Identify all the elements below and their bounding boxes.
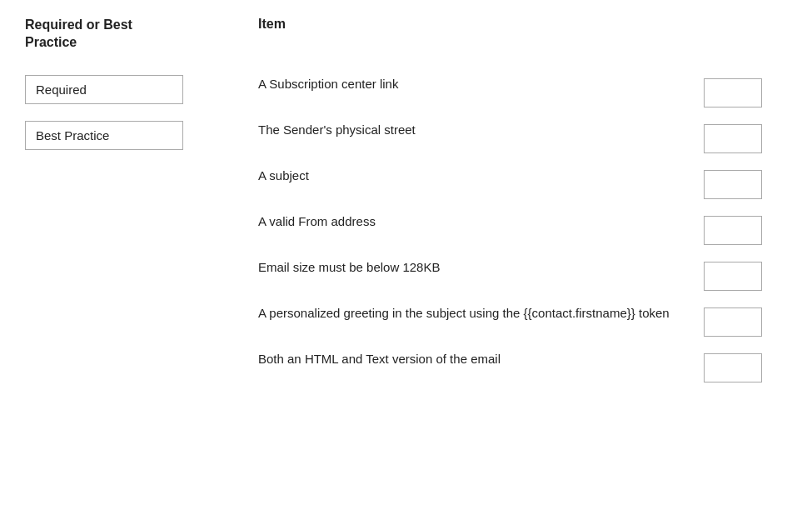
checkbox-0[interactable] <box>704 78 762 108</box>
required-label-box: Required <box>25 75 183 104</box>
item-cell-2: A subject <box>258 167 704 184</box>
checkbox-cell-2 <box>704 167 787 199</box>
checkbox-cell-6 <box>704 350 787 382</box>
label-cell-required: Required <box>25 75 258 104</box>
checkbox-cell-3 <box>704 212 787 245</box>
checkbox-cell-5 <box>704 304 787 337</box>
item-cell-3: A valid From address <box>258 212 704 230</box>
checkbox-cell-4 <box>704 258 787 291</box>
checkbox-5[interactable] <box>704 308 762 337</box>
table-row: A valid From address <box>25 206 787 252</box>
table-row: Best Practice The Sender's physical stre… <box>25 114 787 160</box>
item-cell-4: Email size must be below 128KB <box>258 258 704 276</box>
checkbox-3[interactable] <box>704 216 762 245</box>
checkbox-cell-1 <box>704 121 787 153</box>
checkbox-cell-0 <box>704 75 787 108</box>
item-cell-6: Both an HTML and Text version of the ema… <box>258 350 704 368</box>
checkbox-4[interactable] <box>704 262 762 291</box>
table-row: Both an HTML and Text version of the ema… <box>25 343 787 389</box>
item-cell-1: The Sender's physical street <box>258 121 704 138</box>
table-row: Required A Subscription center link <box>25 68 787 114</box>
table-row: A personalized greeting in the subject u… <box>25 298 787 343</box>
table-row: A subject <box>25 160 787 206</box>
item-cell-5: A personalized greeting in the subject u… <box>258 304 704 322</box>
item-cell-0: A Subscription center link <box>258 75 704 92</box>
table-header: Required or Best Practice Item <box>25 17 787 60</box>
best-practice-label-box: Best Practice <box>25 121 183 150</box>
checkbox-1[interactable] <box>704 124 762 153</box>
header-col1: Required or Best Practice <box>25 17 258 52</box>
header-col2: Item <box>258 17 704 52</box>
header-col3 <box>704 17 787 52</box>
label-cell-best-practice: Best Practice <box>25 121 258 150</box>
table-body: Required A Subscription center link Best… <box>25 68 787 389</box>
table-row: Email size must be below 128KB <box>25 252 787 298</box>
checkbox-2[interactable] <box>704 170 762 199</box>
checkbox-6[interactable] <box>704 353 762 382</box>
